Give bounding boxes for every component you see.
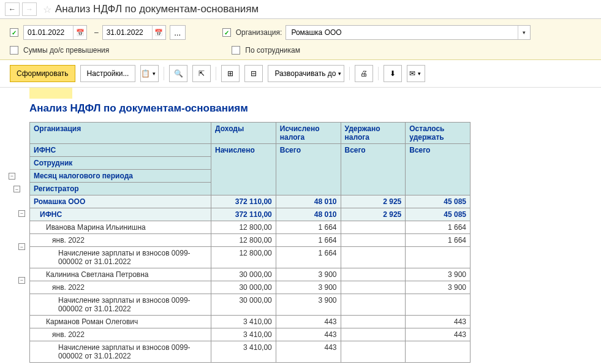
by-employee-checkbox[interactable] — [232, 46, 240, 55]
header-row-1: Организация Доходы Исчислено налога Удер… — [30, 123, 471, 144]
copy-dropdown-button[interactable]: 📋 — [140, 65, 159, 82]
cell-income: 3 410,00 — [211, 316, 276, 328]
hdr-accrued: Начислено — [211, 144, 276, 195]
table-row[interactable]: Начисление зарплаты и взносов 0099-00000… — [30, 294, 471, 316]
hdr-reg: Регистратор — [30, 183, 211, 195]
by-employee-label: По сотрудникам — [245, 46, 300, 55]
cell-left: 1 664 — [406, 221, 471, 234]
cell-income: 30 000,00 — [211, 294, 276, 316]
cell-income: 3 410,00 — [211, 341, 276, 363]
tree-toggle[interactable]: − — [9, 173, 15, 180]
cell-calc: 3 900 — [276, 281, 341, 294]
date-from-field: 📅 — [23, 25, 87, 40]
cell-held — [341, 294, 406, 316]
hdr-total: Всего — [341, 144, 406, 195]
report-body: − − − − − Анализ НДФЛ по документам-осно… — [0, 88, 601, 364]
cell-name: ИФНС — [30, 208, 211, 221]
sums-checkbox[interactable] — [10, 46, 18, 55]
hdr-total: Всего — [276, 144, 341, 195]
cell-income: 372 110,00 — [211, 208, 276, 221]
table-row[interactable]: янв. 202230 000,003 9003 900 — [30, 281, 471, 294]
cell-held — [341, 247, 406, 268]
tree-collapse-button[interactable]: ⊟ — [244, 65, 263, 82]
cell-calc: 3 900 — [276, 268, 341, 281]
cell-held — [341, 234, 406, 247]
nav-back-button[interactable]: ← — [5, 2, 20, 16]
hdr-total: Всего — [406, 144, 471, 195]
tree-toggle[interactable]: − — [13, 186, 20, 192]
date-select-button[interactable]: ... — [170, 25, 186, 40]
date-from-input[interactable] — [24, 28, 73, 37]
hdr-employee: Сотрудник — [30, 157, 211, 170]
cell-name: Карманов Роман Олегович — [30, 316, 211, 328]
cell-held — [341, 268, 406, 281]
toolbar: Сформировать Настройки... 📋 🔍 ⇱ ⊞ ⊟ Разв… — [0, 60, 601, 88]
cell-calc: 443 — [276, 328, 341, 341]
cell-name: Калинина Светлана Петровна — [30, 268, 211, 281]
save-button[interactable]: ⬇ — [384, 65, 402, 82]
table-row[interactable]: янв. 20223 410,00443443 — [30, 328, 471, 341]
email-button[interactable]: ✉ — [407, 65, 425, 82]
date-dash: – — [94, 28, 99, 37]
cell-held — [341, 281, 406, 294]
calendar-icon[interactable]: 📅 — [152, 26, 165, 39]
cell-calc: 1 664 — [276, 221, 341, 234]
report-title: Анализ НДФЛ по документам-основаниям — [29, 102, 591, 115]
table-row[interactable]: Ромашка ООО372 110,0048 0102 92545 085 — [30, 195, 471, 208]
settings-button[interactable]: Настройки... — [80, 65, 136, 82]
tree-toggle[interactable]: − — [18, 210, 25, 217]
cell-income: 12 800,00 — [211, 234, 276, 247]
cell-left: 443 — [406, 316, 471, 328]
cell-name: Иванова Марина Ильинишна — [30, 221, 211, 234]
hdr-taxleft: Осталось удержать — [406, 123, 471, 144]
org-input[interactable] — [286, 28, 518, 37]
cell-income: 30 000,00 — [211, 268, 276, 281]
org-checkbox[interactable] — [222, 28, 231, 37]
nav-forward-button[interactable]: → — [22, 2, 37, 16]
dropdown-icon[interactable]: ▾ — [518, 26, 530, 39]
hdr-month: Месяц налогового периода — [30, 170, 211, 183]
table-row[interactable]: ИФНС372 110,0048 0102 92545 085 — [30, 208, 471, 221]
calendar-icon[interactable]: 📅 — [73, 26, 86, 39]
table-row[interactable]: янв. 202212 800,001 6641 664 — [30, 234, 471, 247]
date-to-field: 📅 — [102, 25, 166, 40]
hdr-ifns: ИФНС — [30, 144, 211, 157]
expand-to-button[interactable]: Разворачивать до — [268, 65, 344, 82]
cell-held: 2 925 — [341, 208, 406, 221]
cell-name: Ромашка ООО — [30, 195, 211, 208]
page-title: Анализ НДФЛ по документам-основаниям — [55, 3, 259, 15]
favorite-star-icon[interactable]: ☆ — [43, 4, 51, 15]
tree-expand-button[interactable]: ⊞ — [221, 65, 240, 82]
table-row[interactable]: Карманов Роман Олегович3 410,00443443 — [30, 316, 471, 328]
form-button[interactable]: Сформировать — [10, 65, 75, 82]
date-range-checkbox[interactable] — [10, 28, 18, 37]
cell-left: 45 085 — [406, 195, 471, 208]
cell-name: Начисление зарплаты и взносов 0099-00000… — [30, 247, 211, 268]
cell-income: 30 000,00 — [211, 281, 276, 294]
table-row[interactable]: Калинина Светлана Петровна30 000,003 900… — [30, 268, 471, 281]
print-button[interactable]: 🖨 — [355, 65, 373, 82]
table-row[interactable]: Начисление зарплаты и взносов 0099-00000… — [30, 341, 471, 363]
org-field: ▾ — [285, 25, 531, 40]
hdr-taxheld: Удержано налога — [341, 123, 406, 144]
table-row[interactable]: Иванова Марина Ильинишна12 800,001 6641 … — [30, 221, 471, 234]
titlebar: ← → ☆ Анализ НДФЛ по документам-основани… — [0, 0, 601, 19]
collapse-button[interactable]: ⇱ — [192, 65, 211, 82]
date-to-input[interactable] — [103, 28, 152, 37]
tree-toggle[interactable]: − — [18, 277, 25, 284]
cell-name: янв. 2022 — [30, 234, 211, 247]
cell-calc: 3 900 — [276, 294, 341, 316]
cell-name: Начисление зарплаты и взносов 0099-00000… — [30, 341, 211, 363]
cell-name: янв. 2022 — [30, 281, 211, 294]
hdr-taxcalc: Исчислено налога — [276, 123, 341, 144]
cell-left — [406, 341, 471, 363]
cell-held: 2 925 — [341, 195, 406, 208]
cell-left — [406, 294, 471, 316]
cell-income: 12 800,00 — [211, 247, 276, 268]
hdr-org: Организация — [30, 123, 211, 144]
hdr-income: Доходы — [211, 123, 276, 144]
tree-toggle[interactable]: − — [18, 243, 25, 250]
cell-calc: 48 010 — [276, 195, 341, 208]
search-button[interactable]: 🔍 — [169, 65, 187, 82]
table-row[interactable]: Начисление зарплаты и взносов 0099-00000… — [30, 247, 471, 268]
